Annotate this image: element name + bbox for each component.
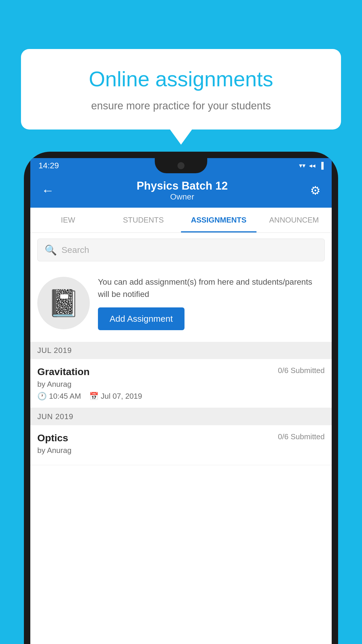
bubble-title: Online assignments [41,66,321,92]
assignment-time: 🕐 10:45 AM [37,392,81,401]
search-icon: 🔍 [45,244,57,256]
wifi-icon: ▾▾ [299,162,305,169]
tab-assignments[interactable]: ASSIGNMENTS [181,208,256,232]
assignment-row-top: Gravitation 0/6 Submitted [37,366,325,377]
assignment-name: Gravitation [37,366,89,377]
assignment-meta: 🕐 10:45 AM 📅 Jul 07, 2019 [37,392,325,401]
battery-icon: ▐ [319,162,324,169]
search-bar[interactable]: 🔍 Search [37,239,325,261]
tab-students[interactable]: STUDENTS [106,208,181,232]
empty-state: 📓 You can add assignment(s) from here an… [30,267,332,342]
back-button[interactable]: ← [38,180,57,201]
section-jun-2019: JUN 2019 [30,408,332,425]
clock-icon: 🕐 [37,392,47,401]
settings-icon[interactable]: ⚙ [307,181,324,200]
assignment-row-top-optics: Optics 0/6 Submitted [37,432,325,444]
add-assignment-button[interactable]: Add Assignment [98,307,184,330]
app-bar: ← Physics Batch 12 Owner ⚙ [30,173,332,208]
status-icons: ▾▾ ◂◂ ▐ [299,162,324,169]
app-bar-title: Physics Batch 12 [57,180,307,192]
assignment-author-optics: by Anurag [37,446,325,455]
phone-frame: 14:29 ▾▾ ◂◂ ▐ ← Physics Batch 12 Owner ⚙… [24,152,338,644]
signal-icon: ◂◂ [309,162,315,169]
assignment-illustration: 📓 [37,277,90,329]
assignment-date: 📅 Jul 07, 2019 [89,392,142,401]
assignment-name-optics: Optics [37,432,68,444]
calendar-icon: 📅 [89,392,99,401]
assignment-item-gravitation[interactable]: Gravitation 0/6 Submitted by Anurag 🕐 10… [30,359,332,408]
tab-iew[interactable]: IEW [30,208,106,232]
assignment-submitted: 0/6 Submitted [278,366,325,375]
app-bar-subtitle: Owner [57,192,307,202]
phone-screen: ← Physics Batch 12 Owner ⚙ IEW STUDENTS … [30,173,332,644]
phone-notch [155,158,207,173]
notch-camera [178,162,184,169]
tab-bar: IEW STUDENTS ASSIGNMENTS ANNOUNCЕМ [30,208,332,233]
assignment-author: by Anurag [37,380,325,389]
notebook-icon: 📓 [47,288,80,318]
assignment-item-optics[interactable]: Optics 0/6 Submitted by Anurag [30,425,332,465]
bubble-subtitle: ensure more practice for your students [41,99,321,113]
empty-state-content: You can add assignment(s) from here and … [98,276,325,330]
status-time: 14:29 [38,161,59,170]
tab-announcements[interactable]: ANNOUNCЕМ [256,208,332,232]
app-bar-title-group: Physics Batch 12 Owner [57,180,307,202]
search-input[interactable]: Search [61,245,89,255]
speech-bubble: Online assignments ensure more practice … [21,49,341,130]
section-jul-2019: JUL 2019 [30,342,332,359]
empty-state-description: You can add assignment(s) from here and … [98,276,325,300]
assignment-submitted-optics: 0/6 Submitted [278,432,325,441]
